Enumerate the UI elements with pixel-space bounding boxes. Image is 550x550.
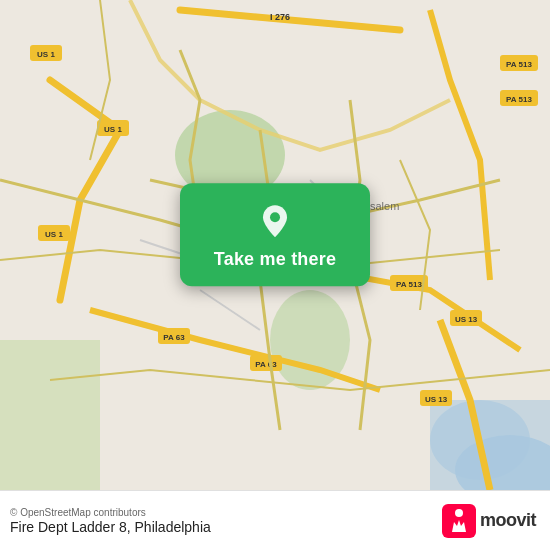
svg-text:PA 513: PA 513 — [506, 95, 532, 104]
svg-text:US 13: US 13 — [425, 395, 448, 404]
svg-text:US 1: US 1 — [45, 230, 63, 239]
button-overlay: Take me there — [180, 183, 370, 286]
svg-text:salem: salem — [370, 200, 399, 212]
location-label: Fire Dept Ladder 8, Philadelphia — [10, 519, 211, 535]
take-me-there-button[interactable]: Take me there — [214, 249, 336, 270]
bottom-left: © OpenStreetMap contributors Fire Dept L… — [10, 507, 211, 535]
svg-text:US 13: US 13 — [455, 315, 478, 324]
map-container: I 276 US 1 US 1 US 1 PA 513 PA 513 PA 51… — [0, 0, 550, 490]
copyright-text: © OpenStreetMap contributors — [10, 507, 211, 518]
svg-text:PA 63: PA 63 — [163, 333, 185, 342]
svg-text:I 276: I 276 — [270, 12, 290, 22]
moovit-brand-icon — [442, 504, 476, 538]
svg-text:US 1: US 1 — [37, 50, 55, 59]
svg-text:PA 513: PA 513 — [506, 60, 532, 69]
svg-point-32 — [455, 509, 463, 517]
svg-point-30 — [270, 212, 280, 222]
svg-text:PA 513: PA 513 — [396, 280, 422, 289]
svg-text:US 1: US 1 — [104, 125, 122, 134]
svg-rect-3 — [0, 340, 100, 490]
bottom-bar: © OpenStreetMap contributors Fire Dept L… — [0, 490, 550, 550]
green-card: Take me there — [180, 183, 370, 286]
location-pin-icon — [255, 201, 295, 241]
moovit-brand-text: moovit — [480, 510, 536, 531]
svg-text:PA 63: PA 63 — [255, 360, 277, 369]
moovit-logo: moovit — [442, 504, 536, 538]
